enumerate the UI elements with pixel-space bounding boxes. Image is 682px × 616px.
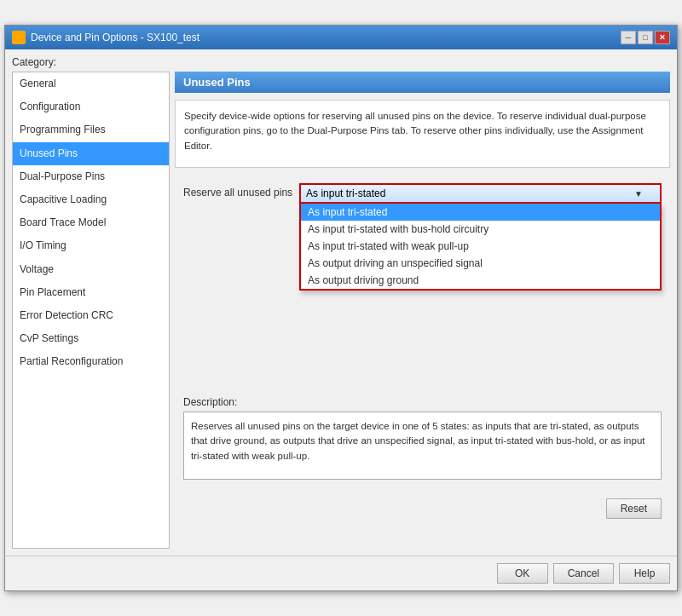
main-window: Device and Pin Options - SX100_test ─ □ …	[4, 25, 678, 591]
category-label: Category:	[12, 56, 670, 68]
cancel-button[interactable]: Cancel	[553, 563, 614, 584]
sidebar-item-dual-purpose-pins[interactable]: Dual-Purpose Pins	[13, 165, 169, 188]
sidebar-item-pin-placement[interactable]: Pin Placement	[13, 281, 169, 304]
sidebar-item-general[interactable]: General	[13, 72, 169, 95]
dropdown-option-1[interactable]: As input tri-stated with bus-hold circui…	[301, 221, 660, 238]
reserve-row: Reserve all unused pins As input tri-sta…	[175, 175, 670, 212]
selected-option-text: As input tri-stated	[306, 187, 385, 199]
reserve-dropdown-wrapper: As input tri-stated ▼ As input tri-state…	[299, 183, 662, 204]
dropdown-list: As input tri-stated As input tri-stated …	[299, 204, 662, 291]
reset-button[interactable]: Reset	[606, 498, 662, 519]
dropdown-arrow-icon: ▼	[634, 189, 643, 199]
dropdown-option-2[interactable]: As input tri-stated with weak pull-up	[301, 238, 660, 255]
sidebar-item-voltage[interactable]: Voltage	[13, 258, 169, 281]
help-button[interactable]: Help	[619, 563, 670, 584]
sidebar: General Configuration Programming Files …	[12, 72, 170, 549]
titlebar-left: Device and Pin Options - SX100_test	[12, 31, 199, 44]
sidebar-item-board-trace-model[interactable]: Board Trace Model	[13, 211, 169, 234]
panel-description: Specify device-wide options for reservin…	[175, 100, 670, 168]
main-area: General Configuration Programming Files …	[12, 72, 670, 549]
maximize-button[interactable]: □	[638, 31, 653, 44]
sidebar-item-error-detection-crc[interactable]: Error Detection CRC	[13, 304, 169, 327]
sidebar-item-programming-files[interactable]: Programming Files	[13, 118, 169, 141]
sidebar-item-unused-pins[interactable]: Unused Pins	[13, 142, 169, 165]
description-box: Reserves all unused pins on the target d…	[183, 412, 662, 480]
sidebar-item-configuration[interactable]: Configuration	[13, 95, 169, 118]
minimize-button[interactable]: ─	[621, 31, 636, 44]
dropdown-option-0[interactable]: As input tri-stated	[301, 204, 660, 221]
right-panel: Unused Pins Specify device-wide options …	[175, 72, 670, 549]
window-icon	[12, 31, 26, 44]
reset-row: Reset	[175, 495, 670, 527]
bottom-bar: OK Cancel Help	[5, 556, 677, 590]
reserve-label: Reserve all unused pins	[183, 183, 292, 199]
dropdown-option-3[interactable]: As output driving an unspecified signal	[301, 255, 660, 272]
sidebar-item-cvp-settings[interactable]: CvP Settings	[13, 327, 169, 350]
sidebar-item-partial-reconfiguration[interactable]: Partial Reconfiguration	[13, 350, 169, 373]
window-title: Device and Pin Options - SX100_test	[31, 32, 199, 43]
sidebar-item-io-timing[interactable]: I/O Timing	[13, 234, 169, 257]
sidebar-item-capacitive-loading[interactable]: Capacitive Loading	[13, 188, 169, 211]
reserve-dropdown[interactable]: As input tri-stated ▼	[299, 183, 662, 204]
titlebar-controls: ─ □ ✕	[621, 31, 670, 44]
dropdown-option-4[interactable]: As output driving ground	[301, 272, 660, 289]
description-section-label: Description:	[183, 396, 662, 408]
panel-header: Unused Pins	[175, 72, 670, 93]
ok-button[interactable]: OK	[497, 563, 548, 584]
dialog-content: Category: General Configuration Programm…	[5, 49, 677, 556]
close-button[interactable]: ✕	[655, 31, 670, 44]
description-section: Description: Reserves all unused pins on…	[175, 396, 670, 488]
titlebar: Device and Pin Options - SX100_test ─ □ …	[5, 26, 677, 49]
